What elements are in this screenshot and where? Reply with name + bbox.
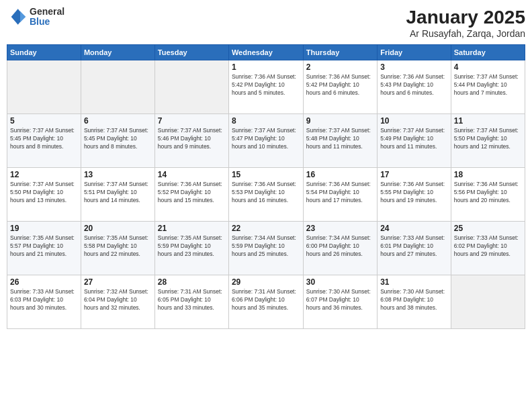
table-cell: 1Sunrise: 7:36 AM Sunset: 5:42 PM Daylig…: [228, 60, 303, 114]
week-row-2: 12Sunrise: 7:37 AM Sunset: 5:50 PM Dayli…: [7, 168, 525, 222]
table-cell: 11Sunrise: 7:37 AM Sunset: 5:50 PM Dayli…: [451, 114, 525, 168]
table-cell: 22Sunrise: 7:34 AM Sunset: 5:59 PM Dayli…: [228, 222, 303, 275]
day-info: Sunrise: 7:31 AM Sunset: 6:05 PM Dayligh…: [158, 288, 226, 312]
page: General Blue January 2025 Ar Rusayfah, Z…: [0, 0, 532, 411]
day-info: Sunrise: 7:37 AM Sunset: 5:51 PM Dayligh…: [84, 181, 152, 205]
day-number: 8: [232, 116, 300, 126]
day-info: Sunrise: 7:36 AM Sunset: 5:43 PM Dayligh…: [380, 73, 448, 97]
day-number: 13: [84, 170, 152, 179]
day-number: 2: [306, 62, 374, 72]
logo-text: General Blue: [30, 7, 64, 28]
day-number: 9: [306, 116, 374, 126]
logo: General Blue: [7, 7, 64, 28]
table-cell: 10Sunrise: 7:37 AM Sunset: 5:49 PM Dayli…: [378, 114, 451, 168]
day-number: 14: [158, 170, 226, 179]
table-cell: 25Sunrise: 7:33 AM Sunset: 6:02 PM Dayli…: [451, 222, 525, 275]
day-number: 16: [306, 170, 374, 179]
day-info: Sunrise: 7:33 AM Sunset: 6:02 PM Dayligh…: [454, 234, 522, 259]
table-cell: [154, 60, 228, 114]
table-cell: 31Sunrise: 7:30 AM Sunset: 6:08 PM Dayli…: [378, 275, 451, 329]
week-row-1: 5Sunrise: 7:37 AM Sunset: 5:45 PM Daylig…: [7, 114, 525, 168]
week-row-0: 1Sunrise: 7:36 AM Sunset: 5:42 PM Daylig…: [7, 60, 525, 114]
day-number: 31: [380, 277, 448, 287]
table-cell: 13Sunrise: 7:37 AM Sunset: 5:51 PM Dayli…: [81, 168, 154, 222]
table-cell: 15Sunrise: 7:36 AM Sunset: 5:53 PM Dayli…: [228, 168, 303, 222]
day-info: Sunrise: 7:37 AM Sunset: 5:50 PM Dayligh…: [454, 127, 522, 151]
table-cell: 3Sunrise: 7:36 AM Sunset: 5:43 PM Daylig…: [378, 60, 451, 114]
calendar-subtitle: Ar Rusayfah, Zarqa, Jordan: [406, 28, 525, 39]
day-number: 11: [454, 116, 522, 126]
day-number: 28: [158, 277, 226, 287]
day-info: Sunrise: 7:36 AM Sunset: 5:42 PM Dayligh…: [232, 73, 300, 97]
table-cell: [7, 60, 81, 114]
table-cell: 7Sunrise: 7:37 AM Sunset: 5:46 PM Daylig…: [154, 114, 228, 168]
title-block: January 2025 Ar Rusayfah, Zarqa, Jordan: [406, 7, 525, 39]
day-info: Sunrise: 7:35 AM Sunset: 5:58 PM Dayligh…: [84, 234, 152, 259]
day-info: Sunrise: 7:37 AM Sunset: 5:46 PM Dayligh…: [158, 127, 226, 151]
day-info: Sunrise: 7:37 AM Sunset: 5:48 PM Dayligh…: [306, 127, 374, 151]
week-row-3: 19Sunrise: 7:35 AM Sunset: 5:57 PM Dayli…: [7, 222, 525, 275]
day-info: Sunrise: 7:35 AM Sunset: 5:57 PM Dayligh…: [10, 234, 78, 259]
day-number: 24: [380, 224, 448, 233]
day-info: Sunrise: 7:36 AM Sunset: 5:42 PM Dayligh…: [306, 73, 374, 97]
col-wednesday: Wednesday: [228, 45, 303, 60]
day-number: 23: [306, 224, 374, 233]
day-info: Sunrise: 7:37 AM Sunset: 5:50 PM Dayligh…: [10, 181, 78, 205]
day-number: 6: [84, 116, 152, 126]
day-number: 21: [158, 224, 226, 233]
day-number: 7: [158, 116, 226, 126]
calendar-table: Sunday Monday Tuesday Wednesday Thursday…: [7, 44, 525, 329]
col-sunday: Sunday: [7, 45, 81, 60]
logo-general: General: [30, 7, 64, 17]
day-info: Sunrise: 7:36 AM Sunset: 5:54 PM Dayligh…: [306, 181, 374, 205]
day-number: 5: [10, 116, 78, 126]
day-number: 15: [232, 170, 300, 179]
day-info: Sunrise: 7:36 AM Sunset: 5:56 PM Dayligh…: [454, 181, 522, 205]
day-number: 18: [454, 170, 522, 179]
day-info: Sunrise: 7:34 AM Sunset: 5:59 PM Dayligh…: [232, 234, 300, 259]
table-cell: 18Sunrise: 7:36 AM Sunset: 5:56 PM Dayli…: [451, 168, 525, 222]
day-number: 25: [454, 224, 522, 233]
table-cell: 21Sunrise: 7:35 AM Sunset: 5:59 PM Dayli…: [154, 222, 228, 275]
table-cell: 9Sunrise: 7:37 AM Sunset: 5:48 PM Daylig…: [303, 114, 377, 168]
table-cell: 29Sunrise: 7:31 AM Sunset: 6:06 PM Dayli…: [228, 275, 303, 329]
day-info: Sunrise: 7:37 AM Sunset: 5:45 PM Dayligh…: [10, 127, 78, 151]
day-info: Sunrise: 7:33 AM Sunset: 6:01 PM Dayligh…: [380, 234, 448, 259]
day-number: 10: [380, 116, 448, 126]
col-thursday: Thursday: [303, 45, 377, 60]
day-info: Sunrise: 7:37 AM Sunset: 5:47 PM Dayligh…: [232, 127, 300, 151]
day-info: Sunrise: 7:34 AM Sunset: 6:00 PM Dayligh…: [306, 234, 374, 259]
calendar-title: January 2025: [406, 7, 525, 28]
day-number: 22: [232, 224, 300, 233]
day-number: 1: [232, 62, 300, 72]
day-info: Sunrise: 7:35 AM Sunset: 5:59 PM Dayligh…: [158, 234, 226, 259]
day-number: 12: [10, 170, 78, 179]
day-info: Sunrise: 7:36 AM Sunset: 5:53 PM Dayligh…: [232, 181, 300, 205]
day-number: 27: [84, 277, 152, 287]
col-saturday: Saturday: [451, 45, 525, 60]
day-info: Sunrise: 7:33 AM Sunset: 6:03 PM Dayligh…: [10, 288, 78, 312]
col-monday: Monday: [81, 45, 154, 60]
table-cell: 6Sunrise: 7:37 AM Sunset: 5:45 PM Daylig…: [81, 114, 154, 168]
header: General Blue January 2025 Ar Rusayfah, Z…: [7, 7, 525, 39]
table-cell: 26Sunrise: 7:33 AM Sunset: 6:03 PM Dayli…: [7, 275, 81, 329]
day-number: 19: [10, 224, 78, 233]
table-cell: 4Sunrise: 7:37 AM Sunset: 5:44 PM Daylig…: [451, 60, 525, 114]
logo-blue: Blue: [30, 17, 64, 27]
day-info: Sunrise: 7:30 AM Sunset: 6:07 PM Dayligh…: [306, 288, 374, 312]
header-row: Sunday Monday Tuesday Wednesday Thursday…: [7, 45, 525, 60]
table-cell: 20Sunrise: 7:35 AM Sunset: 5:58 PM Dayli…: [81, 222, 154, 275]
table-cell: 5Sunrise: 7:37 AM Sunset: 5:45 PM Daylig…: [7, 114, 81, 168]
day-number: 20: [84, 224, 152, 233]
table-cell: [451, 275, 525, 329]
svg-marker-1: [20, 11, 26, 23]
table-cell: 27Sunrise: 7:32 AM Sunset: 6:04 PM Dayli…: [81, 275, 154, 329]
table-cell: 28Sunrise: 7:31 AM Sunset: 6:05 PM Dayli…: [154, 275, 228, 329]
table-cell: 30Sunrise: 7:30 AM Sunset: 6:07 PM Dayli…: [303, 275, 377, 329]
table-cell: 16Sunrise: 7:36 AM Sunset: 5:54 PM Dayli…: [303, 168, 377, 222]
day-info: Sunrise: 7:36 AM Sunset: 5:52 PM Dayligh…: [158, 181, 226, 205]
day-info: Sunrise: 7:37 AM Sunset: 5:49 PM Dayligh…: [380, 127, 448, 151]
table-cell: 19Sunrise: 7:35 AM Sunset: 5:57 PM Dayli…: [7, 222, 81, 275]
table-cell: 24Sunrise: 7:33 AM Sunset: 6:01 PM Dayli…: [378, 222, 451, 275]
day-number: 30: [306, 277, 374, 287]
